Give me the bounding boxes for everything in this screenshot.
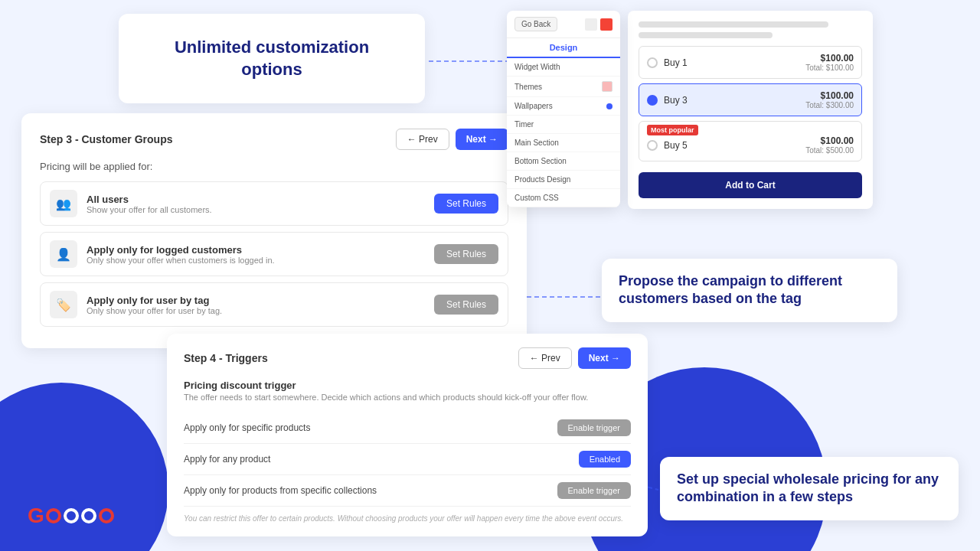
- logo-area: G: [28, 504, 114, 528]
- buy5-label: Buy 5: [664, 140, 688, 151]
- step4-prev-button[interactable]: ← Prev: [518, 347, 572, 369]
- design-item-themes[interactable]: Themes: [507, 77, 620, 97]
- title-card: Unlimited customization options: [119, 14, 425, 103]
- user-tag-set-rules-button[interactable]: Set Rules: [434, 295, 498, 315]
- trigger-specific-products-label: Apply only for specific products: [184, 422, 310, 433]
- trigger-collections-label: Apply only for products from specific co…: [184, 485, 377, 496]
- step3-next-button[interactable]: Next →: [456, 129, 508, 150]
- trigger-section-title: Pricing discount trigger: [184, 380, 631, 391]
- buy5-price: $100.00: [805, 135, 854, 146]
- design-item-widget-width[interactable]: Widget Width: [507, 58, 620, 77]
- add-to-cart-button[interactable]: Add to Cart: [639, 172, 862, 198]
- buy1-price: $100.00: [805, 53, 854, 64]
- step4-nav: ← Prev Next →: [518, 347, 631, 369]
- customer-row-logged: 👤 Apply only for logged customers Only s…: [40, 232, 508, 276]
- buy-option-1[interactable]: Buy 1 $100.00 Total: $100.00: [639, 46, 862, 79]
- all-users-icon: 👥: [50, 190, 77, 217]
- user-tag-desc: Only show your offer for user by tag.: [87, 306, 222, 315]
- radio-buy1: [647, 57, 658, 68]
- design-item-timer[interactable]: Timer: [507, 116, 620, 134]
- step3-title: Step 3 - Customer Groups: [40, 133, 172, 145]
- pricing-label: Pricing will be applied for:: [40, 161, 508, 172]
- design-panel-header: Go Back: [507, 11, 620, 38]
- go-back-button[interactable]: Go Back: [514, 17, 557, 31]
- customer-row-all-users: 👥 All users Show your offer for all cust…: [40, 181, 508, 226]
- radio-buy5: [647, 140, 658, 151]
- all-users-name: All users: [87, 194, 212, 205]
- buy3-label: Buy 3: [664, 95, 688, 106]
- step4-card: Step 4 - Triggers ← Prev Next → Pricing …: [167, 334, 648, 536]
- buy1-total: Total: $100.00: [805, 64, 854, 72]
- trigger-row-collections: Apply only for products from specific co…: [184, 475, 631, 507]
- design-item-products-design[interactable]: Products Design: [507, 171, 620, 189]
- logged-customers-icon: 👤: [50, 240, 77, 268]
- design-item-custom-css[interactable]: Custom CSS: [507, 189, 620, 207]
- all-users-set-rules-button[interactable]: Set Rules: [434, 194, 498, 214]
- callout-tag-text: Propose the campaign to different custom…: [619, 272, 880, 308]
- user-tag-name: Apply only for user by tag: [87, 295, 222, 306]
- buy3-price: $100.00: [805, 90, 854, 101]
- trigger-section-desc: The offer needs to start somewhere. Deci…: [184, 393, 631, 402]
- design-item-bottom-section[interactable]: Bottom Section: [507, 152, 620, 171]
- logo-circle-3: [81, 508, 96, 523]
- step4-header: Step 4 - Triggers ← Prev Next →: [184, 347, 631, 369]
- callout-wholesale-text: Set up special wholesale pricing for any…: [677, 471, 942, 507]
- step4-next-button[interactable]: Next →: [578, 347, 631, 369]
- buy-option-3[interactable]: Buy 3 $100.00 Total: $300.00: [639, 83, 862, 116]
- buy1-label: Buy 1: [664, 57, 688, 68]
- logged-customers-set-rules-button[interactable]: Set Rules: [434, 244, 498, 264]
- logo-g: G: [28, 504, 44, 528]
- buy5-total: Total: $500.00: [805, 146, 854, 155]
- wallpapers-dot: [606, 103, 612, 109]
- panel-icon-close: [600, 18, 612, 31]
- step3-header: Step 3 - Customer Groups ← Prev Next →: [40, 129, 508, 150]
- logo-circle-4: [99, 508, 114, 523]
- popular-badge: Most popular: [647, 125, 698, 135]
- themes-color-swatch: [602, 81, 612, 92]
- preview-placeholder-lines: [639, 21, 862, 38]
- panel-icon-square: [585, 18, 597, 31]
- page-title: Unlimited customization options: [149, 37, 394, 80]
- logo-circle-2: [64, 508, 79, 523]
- design-tab[interactable]: Design: [507, 38, 620, 58]
- callout-tag-campaign: Propose the campaign to different custom…: [602, 259, 897, 322]
- trigger-row-any-product: Apply for any product Enabled: [184, 444, 631, 475]
- step3-card: Step 3 - Customer Groups ← Prev Next → P…: [21, 113, 527, 348]
- callout-wholesale: Set up special wholesale pricing for any…: [660, 457, 959, 520]
- user-tag-icon: 🏷️: [50, 291, 77, 318]
- preview-panel: Buy 1 $100.00 Total: $100.00 Buy 3 $100.…: [628, 11, 873, 209]
- design-item-main-section[interactable]: Main Section: [507, 134, 620, 152]
- logo-circle-1: [46, 508, 61, 523]
- trigger-any-product-label: Apply for any product: [184, 454, 270, 465]
- customer-row-tag: 🏷️ Apply only for user by tag Only show …: [40, 282, 508, 327]
- trigger-specific-products-button[interactable]: Enable trigger: [557, 419, 632, 436]
- step4-title: Step 4 - Triggers: [184, 352, 268, 364]
- trigger-footer: You can restrict this offer to certain p…: [184, 514, 631, 523]
- trigger-any-product-button[interactable]: Enabled: [579, 451, 631, 468]
- step3-nav: ← Prev Next →: [396, 129, 508, 150]
- radio-buy3: [647, 95, 658, 106]
- design-panel: Go Back Design Widget Width Themes Wallp…: [507, 11, 620, 207]
- design-item-wallpapers[interactable]: Wallpapers: [507, 97, 620, 116]
- buy-option-5[interactable]: Most popular Buy 5 $100.00 Total: $500.0…: [639, 121, 862, 161]
- logged-customers-desc: Only show your offer when customers is l…: [87, 256, 275, 265]
- buy3-total: Total: $300.00: [805, 101, 854, 109]
- trigger-collections-button[interactable]: Enable trigger: [557, 482, 632, 499]
- step3-prev-button[interactable]: ← Prev: [396, 129, 449, 150]
- all-users-desc: Show your offer for all customers.: [87, 205, 212, 214]
- logged-customers-name: Apply only for logged customers: [87, 244, 275, 256]
- trigger-row-specific-products: Apply only for specific products Enable …: [184, 412, 631, 444]
